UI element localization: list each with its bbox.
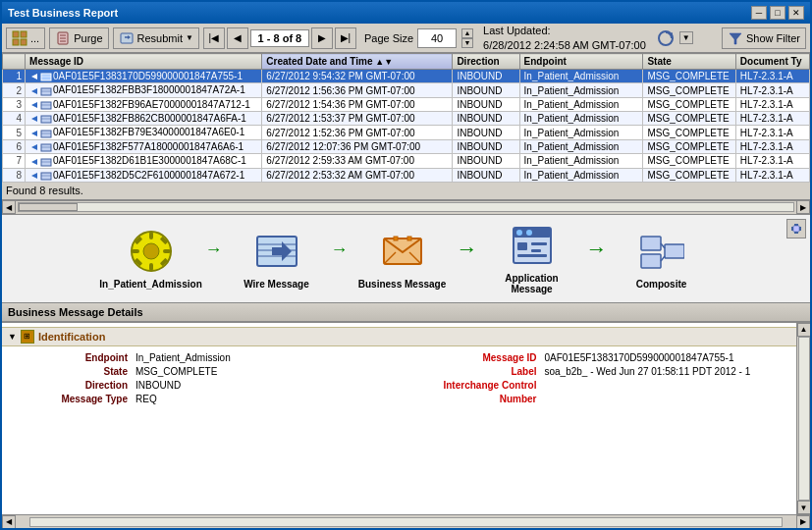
next-page-button[interactable]: ▶	[311, 27, 333, 49]
scroll-down-btn[interactable]: ▼	[797, 501, 811, 514]
grid-button[interactable]: ...	[6, 27, 45, 49]
horizontal-scrollbar[interactable]: ◀ ▶	[2, 200, 810, 214]
svg-rect-14	[41, 74, 51, 80]
row-direction: INBOUND	[453, 154, 519, 168]
scroll-right-btn[interactable]: ▶	[796, 200, 810, 214]
refresh-icon[interactable]	[656, 28, 676, 48]
scroll-up-btn[interactable]: ▲	[797, 323, 811, 337]
row-date: 6/27/2012 2:53:32 AM GMT-07:00	[262, 168, 453, 182]
table-row[interactable]: 5 0AF01E5F1382FB79E34000001847A6E0-1 6/2…	[3, 126, 810, 139]
svg-rect-35	[41, 173, 51, 180]
flow-item-wire[interactable]: Wire Message	[233, 228, 321, 290]
svg-rect-68	[641, 237, 661, 250]
resubmit-dropdown-icon[interactable]: ▼	[186, 33, 193, 42]
section-icon: ⊞	[21, 330, 34, 344]
message-type-value: REQ	[134, 393, 378, 405]
interchange-value2	[543, 393, 787, 405]
maximize-button[interactable]: □	[770, 6, 785, 20]
settings-icon	[789, 222, 803, 236]
table-row[interactable]: 6 0AF01E5F1382F577A18000001847A6A6-1 6/2…	[3, 139, 810, 153]
page-size-input[interactable]: 40	[417, 28, 457, 48]
scroll-track-vertical[interactable]	[798, 337, 810, 501]
resubmit-button[interactable]: Resubmit ▼	[113, 27, 199, 49]
prev-page-button[interactable]: ◀	[227, 27, 248, 49]
table-row[interactable]: 8 0AF01E5F1382D5C2F61000001847A672-1 6/2…	[3, 168, 810, 182]
row-direction: INBOUND	[453, 83, 519, 97]
scroll-track[interactable]	[18, 202, 794, 212]
composite-icon	[638, 228, 685, 275]
svg-marker-16	[31, 88, 37, 94]
row-doctype: HL7-2.3.1-A	[735, 154, 809, 168]
first-page-button[interactable]: |◀	[203, 27, 225, 49]
minimize-button[interactable]: ─	[751, 6, 767, 20]
flow-item-in-patient[interactable]: In_Patient_Admission	[107, 228, 195, 290]
col-date[interactable]: Created Date and Time ▲▼	[262, 54, 453, 70]
page-size-label: Page Size	[364, 32, 413, 44]
section-collapse-button[interactable]: ▼	[8, 332, 17, 342]
row-date: 6/27/2012 9:54:32 PM GMT-07:00	[262, 70, 453, 83]
flow-settings-button[interactable]	[786, 219, 806, 238]
row-doctype: HL7-2.3.1-A	[735, 112, 809, 126]
svg-rect-43	[149, 263, 153, 271]
svg-rect-32	[41, 159, 51, 166]
bottom-scroll-right[interactable]: ▶	[796, 515, 810, 529]
nav-controls: |◀ ◀ 1 - 8 of 8 ▶ ▶|	[203, 27, 356, 49]
table-row[interactable]: 1 0AF01E5F1383170D599000001847A755-1 6/2…	[3, 70, 810, 83]
svg-rect-20	[41, 102, 51, 109]
row-state: MSG_COMPLETE	[643, 154, 735, 168]
in-patient-icon	[128, 228, 175, 275]
bottom-scroll-track[interactable]	[29, 517, 783, 527]
filter-icon	[728, 30, 743, 46]
purge-button[interactable]: Purge	[49, 27, 108, 49]
row-num: 7	[3, 154, 26, 168]
last-updated: Last Updated: 6/28/2012 2:24:58 AM GMT-0…	[483, 24, 646, 52]
table-row[interactable]: 4 0AF01E5F1382FB862CB000001847A6FA-1 6/2…	[3, 112, 810, 126]
row-endpoint: In_Patient_Admission	[519, 97, 643, 111]
svg-rect-65	[531, 242, 547, 245]
wire-label: Wire Message	[244, 279, 309, 290]
svg-point-62	[516, 230, 522, 236]
details-header: Business Message Details	[2, 303, 810, 323]
svg-point-41	[143, 243, 159, 259]
page-size-down[interactable]: ▼	[461, 38, 473, 48]
row-state: MSG_COMPLETE	[643, 112, 735, 126]
col-endpoint[interactable]: Endpoint	[519, 54, 643, 70]
row-date: 6/27/2012 2:59:33 AM GMT-07:00	[262, 154, 453, 168]
last-page-button[interactable]: ▶|	[335, 27, 356, 49]
svg-marker-13	[31, 74, 37, 80]
col-state[interactable]: State	[643, 54, 735, 70]
last-updated-value: 6/28/2012 2:24:58 AM GMT-07:00	[483, 38, 646, 52]
flow-area: In_Patient_Admission → Wire Message →	[2, 215, 810, 303]
interchange-label: Interchange Control	[382, 379, 539, 392]
table-row[interactable]: 2 0AF01E5F1382FBB3F18000001847A72A-1 6/2…	[3, 83, 810, 97]
col-doctype[interactable]: Document Ty	[735, 54, 809, 70]
col-direction[interactable]: Direction	[453, 54, 519, 70]
flow-arrow-4: →	[586, 237, 608, 262]
message-type-label: Message Type	[12, 393, 130, 405]
row-state: MSG_COMPLETE	[643, 126, 735, 139]
flow-item-composite[interactable]: Composite	[618, 228, 706, 290]
row-direction: INBOUND	[453, 97, 519, 111]
row-num: 8	[3, 168, 26, 182]
svg-rect-23	[41, 116, 51, 123]
dropdown-btn[interactable]: ▼	[679, 31, 693, 44]
row-direction: INBOUND	[453, 126, 519, 139]
scroll-left-btn[interactable]: ◀	[2, 200, 16, 214]
close-button[interactable]: ✕	[788, 6, 804, 20]
page-size-up[interactable]: ▲	[461, 28, 473, 38]
flow-item-app[interactable]: Application Message	[488, 222, 576, 294]
details-scroll: ▼ ⊞ Identification Endpoint In_Patient_A…	[2, 323, 810, 514]
table-row[interactable]: 7 0AF01E5F1382D61B1E3000001847A68C-1 6/2…	[3, 154, 810, 168]
show-filter-label: Show Filter	[746, 32, 800, 44]
svg-rect-70	[665, 244, 684, 258]
direction-value: INBOUND	[134, 379, 378, 392]
scroll-thumb[interactable]	[19, 203, 78, 211]
window-title: Test Business Report	[8, 7, 118, 19]
bottom-scroll-left[interactable]: ◀	[2, 515, 16, 529]
col-message-id[interactable]: Message ID	[26, 54, 262, 70]
show-filter-button[interactable]: Show Filter	[722, 27, 806, 49]
table-row[interactable]: 3 0AF01E5F1382FB96AE70000001847A712-1 6/…	[3, 97, 810, 111]
flow-item-business[interactable]: Business Message	[358, 228, 447, 290]
bottom-scrollbar[interactable]: ◀ ▶	[2, 514, 810, 528]
row-num: 1	[3, 70, 26, 83]
